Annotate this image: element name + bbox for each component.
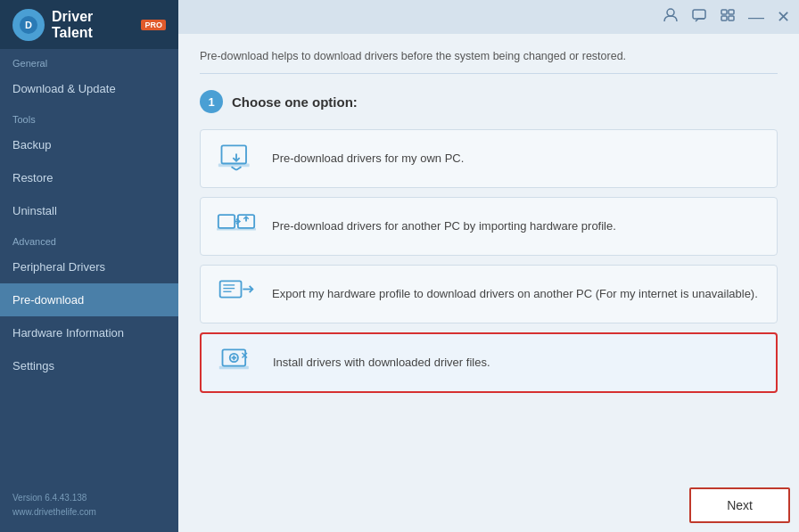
sidebar-item-download-update[interactable]: Download & Update: [0, 72, 178, 105]
option-install-files-text: Install drivers with downloaded driver f…: [273, 355, 490, 371]
option-export-profile-text: Export my hardware profile to download d…: [272, 286, 758, 302]
sidebar-item-label: Restore: [12, 171, 54, 184]
svg-rect-16: [236, 228, 256, 231]
sidebar-item-peripheral-drivers[interactable]: Peripheral Drivers: [0, 250, 178, 283]
app-logo: D: [12, 9, 45, 41]
pro-badge: PRO: [141, 20, 166, 30]
option-another-pc-import-text: Pre-download drivers for another PC by i…: [272, 218, 616, 234]
user-icon[interactable]: [663, 7, 679, 27]
close-icon[interactable]: ✕: [777, 7, 790, 27]
app-title: Driver Talent: [52, 9, 132, 41]
next-button[interactable]: Next: [689, 487, 790, 523]
sidebar-item-hardware-information[interactable]: Hardware Information: [0, 316, 178, 349]
sidebar-item-label: Settings: [12, 359, 54, 372]
titlebar: — ✕: [178, 0, 799, 34]
svg-rect-25: [219, 366, 249, 370]
svg-rect-8: [222, 145, 247, 163]
export-profile-icon: [215, 276, 258, 312]
import-profile-icon: [215, 209, 258, 244]
options-list: Pre-download drivers for my own PC.: [200, 129, 778, 468]
sidebar-item-backup[interactable]: Backup: [0, 128, 178, 161]
svg-line-10: [232, 167, 237, 170]
chat-icon[interactable]: [691, 7, 707, 27]
download-pc-icon: [215, 141, 258, 176]
sidebar-item-label: Backup: [12, 138, 51, 151]
sidebar-item-uninstall[interactable]: Uninstall: [0, 194, 178, 227]
sidebar-item-settings[interactable]: Settings: [0, 349, 178, 382]
page-description: Pre-download helps to download drivers b…: [200, 50, 778, 74]
option-export-profile[interactable]: Export my hardware profile to download d…: [200, 265, 778, 323]
svg-rect-19: [220, 281, 242, 297]
install-files-icon: [216, 345, 259, 381]
svg-rect-5: [729, 10, 734, 14]
svg-rect-13: [218, 215, 235, 228]
advanced-section-label: Advanced: [0, 227, 178, 250]
sidebar-item-label: Download & Update: [12, 82, 116, 95]
sidebar-item-label: Uninstall: [12, 204, 57, 217]
sidebar-item-pre-download[interactable]: Pre-download: [0, 283, 178, 316]
svg-point-2: [667, 9, 674, 16]
svg-line-11: [236, 167, 242, 170]
svg-rect-3: [693, 10, 705, 19]
step-number: 1: [200, 90, 223, 113]
sidebar-footer: Version 6.4.43.138 www.drivethelife.com: [0, 479, 178, 532]
sidebar-item-label: Peripheral Drivers: [12, 260, 105, 274]
tools-section-label: Tools: [0, 105, 178, 128]
bottom-bar: Next: [178, 480, 799, 532]
sidebar: D Driver Talent PRO General Download & U…: [0, 0, 178, 532]
menu-icon[interactable]: [720, 7, 736, 27]
option-own-pc[interactable]: Pre-download drivers for my own PC.: [200, 129, 778, 188]
version-label: Version 6.4.43.138: [12, 491, 166, 505]
option-own-pc-text: Pre-download drivers for my own PC.: [272, 151, 464, 167]
main-panel: — ✕ Pre-download helps to download drive…: [178, 0, 799, 532]
step-header: 1 Choose one option:: [200, 90, 778, 113]
website-label: www.drivethelife.com: [12, 505, 166, 520]
svg-text:D: D: [25, 20, 32, 30]
main-content: Pre-download helps to download drivers b…: [178, 34, 799, 480]
svg-rect-6: [721, 16, 727, 20]
step-title: Choose one option:: [232, 94, 358, 110]
app-header: D Driver Talent PRO: [0, 0, 178, 49]
svg-rect-14: [217, 228, 236, 231]
option-another-pc-import[interactable]: Pre-download drivers for another PC by i…: [200, 197, 778, 256]
svg-rect-4: [721, 10, 727, 14]
sidebar-item-restore[interactable]: Restore: [0, 161, 178, 194]
option-install-files[interactable]: Install drivers with downloaded driver f…: [200, 332, 778, 393]
general-section-label: General: [0, 49, 178, 72]
minimize-icon[interactable]: —: [748, 8, 764, 27]
sidebar-item-label: Pre-download: [12, 293, 84, 307]
sidebar-item-label: Hardware Information: [12, 326, 124, 340]
svg-rect-7: [729, 16, 734, 20]
svg-rect-9: [218, 164, 250, 168]
